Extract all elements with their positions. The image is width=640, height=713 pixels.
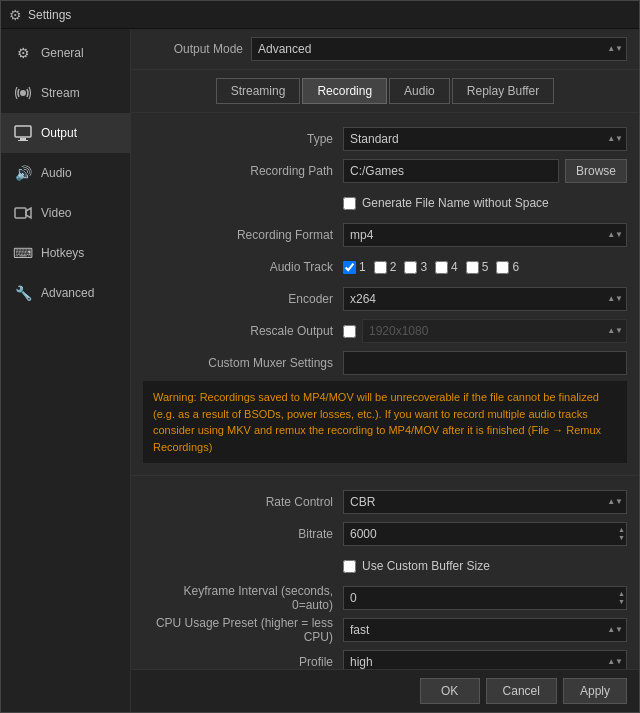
svg-rect-2 bbox=[20, 138, 26, 140]
track-5-label: 5 bbox=[482, 260, 489, 274]
bitrate-spin-wrapper: ▲ ▼ bbox=[343, 522, 627, 546]
custom-muxer-control bbox=[343, 351, 627, 375]
output-mode-label: Output Mode bbox=[143, 42, 243, 56]
keyframe-spin-wrapper: ▲ ▼ bbox=[343, 586, 627, 610]
tab-replay-buffer[interactable]: Replay Buffer bbox=[452, 78, 555, 104]
keyframe-interval-row: Keyframe Interval (seconds, 0=auto) ▲ ▼ bbox=[143, 584, 627, 612]
warning-box: Warning: Recordings saved to MP4/MOV wil… bbox=[143, 381, 627, 463]
recording-format-select-wrapper: mp4 mkv mov bbox=[343, 223, 627, 247]
video-icon bbox=[13, 203, 33, 223]
track-5-checkbox[interactable] bbox=[466, 261, 479, 274]
rate-control-control: CBR VBR ABR bbox=[343, 490, 627, 514]
encoder-settings-section: Rate Control CBR VBR ABR bbox=[131, 476, 639, 669]
type-label: Type bbox=[143, 132, 343, 146]
title-bar: ⚙ Settings bbox=[1, 1, 639, 29]
tab-streaming[interactable]: Streaming bbox=[216, 78, 301, 104]
sidebar-item-output[interactable]: Output bbox=[1, 113, 130, 153]
rescale-output-control: 1920x1080 bbox=[343, 319, 627, 343]
rescale-output-select[interactable]: 1920x1080 bbox=[362, 319, 627, 343]
custom-muxer-label: Custom Muxer Settings bbox=[143, 356, 343, 370]
output-mode-select-wrapper: Advanced Simple bbox=[251, 37, 627, 61]
track-2-checkbox[interactable] bbox=[374, 261, 387, 274]
recording-top-section: Type Standard Recording Path bbox=[131, 113, 639, 476]
sidebar-item-hotkeys[interactable]: ⌨ Hotkeys bbox=[1, 233, 130, 273]
track-6-checkbox[interactable] bbox=[496, 261, 509, 274]
generate-filename-control: Generate File Name without Space bbox=[343, 196, 627, 210]
rescale-output-checkbox[interactable] bbox=[343, 325, 356, 338]
custom-buffer-control: Use Custom Buffer Size bbox=[343, 559, 627, 573]
sidebar-item-general[interactable]: ⚙ General bbox=[1, 33, 130, 73]
track-2-item: 2 bbox=[374, 260, 397, 274]
custom-muxer-input[interactable] bbox=[343, 351, 627, 375]
sidebar-item-video[interactable]: Video bbox=[1, 193, 130, 233]
browse-button[interactable]: Browse bbox=[565, 159, 627, 183]
keyframe-interval-input[interactable] bbox=[343, 586, 627, 610]
sidebar-item-audio[interactable]: 🔊 Audio bbox=[1, 153, 130, 193]
profile-select[interactable]: high main baseline bbox=[343, 650, 627, 669]
profile-select-wrapper: high main baseline bbox=[343, 650, 627, 669]
type-select[interactable]: Standard bbox=[343, 127, 627, 151]
cpu-usage-control: fast faster medium slow bbox=[343, 618, 627, 642]
keyframe-up-arrow[interactable]: ▲ bbox=[618, 590, 625, 598]
recording-format-select[interactable]: mp4 mkv mov bbox=[343, 223, 627, 247]
track-4-checkbox[interactable] bbox=[435, 261, 448, 274]
svg-rect-1 bbox=[15, 126, 31, 137]
track-6-item: 6 bbox=[496, 260, 519, 274]
bitrate-row: Bitrate ▲ ▼ bbox=[143, 520, 627, 548]
track-3-checkbox[interactable] bbox=[404, 261, 417, 274]
apply-button[interactable]: Apply bbox=[563, 678, 627, 704]
advanced-icon: 🔧 bbox=[13, 283, 33, 303]
rate-control-select[interactable]: CBR VBR ABR bbox=[343, 490, 627, 514]
main-panel: Output Mode Advanced Simple Streaming Re… bbox=[131, 29, 639, 712]
general-icon: ⚙ bbox=[13, 43, 33, 63]
rate-control-select-wrapper: CBR VBR ABR bbox=[343, 490, 627, 514]
sidebar-label-output: Output bbox=[41, 126, 77, 140]
profile-label: Profile bbox=[143, 655, 343, 669]
rate-control-label: Rate Control bbox=[143, 495, 343, 509]
custom-buffer-checkbox[interactable] bbox=[343, 560, 356, 573]
keyframe-interval-label: Keyframe Interval (seconds, 0=auto) bbox=[143, 584, 343, 612]
custom-muxer-row: Custom Muxer Settings bbox=[143, 349, 627, 377]
bitrate-up-arrow[interactable]: ▲ bbox=[618, 526, 625, 534]
bitrate-control: ▲ ▼ bbox=[343, 522, 627, 546]
encoder-select[interactable]: x264 bbox=[343, 287, 627, 311]
rescale-output-select-wrapper: 1920x1080 bbox=[362, 319, 627, 343]
audio-track-label: Audio Track bbox=[143, 260, 343, 274]
profile-control: high main baseline bbox=[343, 650, 627, 669]
cancel-button[interactable]: Cancel bbox=[486, 678, 557, 704]
keyframe-interval-control: ▲ ▼ bbox=[343, 586, 627, 610]
sidebar-item-stream[interactable]: Stream bbox=[1, 73, 130, 113]
cpu-usage-select[interactable]: fast faster medium slow bbox=[343, 618, 627, 642]
settings-window: ⚙ Settings ⚙ General Stream bbox=[0, 0, 640, 713]
ok-button[interactable]: OK bbox=[420, 678, 480, 704]
generate-filename-checkbox[interactable] bbox=[343, 197, 356, 210]
bitrate-label: Bitrate bbox=[143, 527, 343, 541]
keyframe-down-arrow[interactable]: ▼ bbox=[618, 598, 625, 606]
track-3-item: 3 bbox=[404, 260, 427, 274]
sidebar-label-video: Video bbox=[41, 206, 71, 220]
cpu-usage-select-wrapper: fast faster medium slow bbox=[343, 618, 627, 642]
encoder-label: Encoder bbox=[143, 292, 343, 306]
recording-format-row: Recording Format mp4 mkv mov bbox=[143, 221, 627, 249]
sidebar: ⚙ General Stream bbox=[1, 29, 131, 712]
bitrate-down-arrow[interactable]: ▼ bbox=[618, 534, 625, 542]
recording-path-input[interactable] bbox=[343, 159, 559, 183]
warning-text: Warning: Recordings saved to MP4/MOV wil… bbox=[153, 389, 617, 455]
type-row: Type Standard bbox=[143, 125, 627, 153]
tab-audio[interactable]: Audio bbox=[389, 78, 450, 104]
track-4-item: 4 bbox=[435, 260, 458, 274]
recording-path-control: Browse bbox=[343, 159, 627, 183]
content-area: ⚙ General Stream bbox=[1, 29, 639, 712]
track-1-checkbox[interactable] bbox=[343, 261, 356, 274]
sidebar-item-advanced[interactable]: 🔧 Advanced bbox=[1, 273, 130, 313]
audio-track-control: 1 2 3 bbox=[343, 260, 627, 274]
audio-track-row: Audio Track 1 2 bbox=[143, 253, 627, 281]
bitrate-input[interactable] bbox=[343, 522, 627, 546]
tab-recording[interactable]: Recording bbox=[302, 78, 387, 104]
track-3-label: 3 bbox=[420, 260, 427, 274]
rate-control-row: Rate Control CBR VBR ABR bbox=[143, 488, 627, 516]
cpu-usage-label: CPU Usage Preset (higher = less CPU) bbox=[143, 616, 343, 644]
type-select-wrapper: Standard bbox=[343, 127, 627, 151]
output-mode-select[interactable]: Advanced Simple bbox=[251, 37, 627, 61]
encoder-row: Encoder x264 bbox=[143, 285, 627, 313]
